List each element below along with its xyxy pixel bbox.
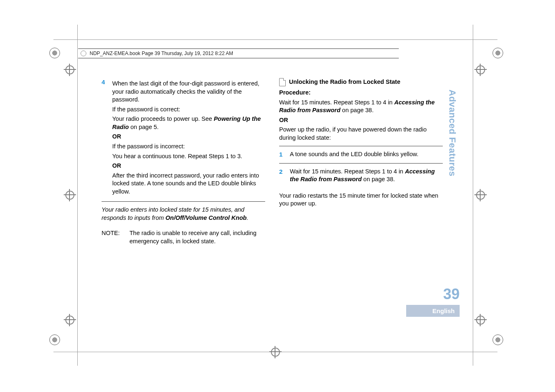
step-body: Wait for 15 minutes. Repeat Steps 1 to 4… <box>290 168 443 184</box>
heading-text: Unlocking the Radio from Locked State <box>289 78 400 86</box>
footer: 39 English <box>406 287 460 317</box>
divider <box>279 146 443 146</box>
if-incorrect-body: You hear a continuous tone. Repeat Steps… <box>112 152 265 161</box>
right-column: Unlocking the Radio from Locked State Pr… <box>279 78 443 246</box>
after-third-body: After the third incorrect password, your… <box>112 172 265 196</box>
if-correct-body: Your radio proceeds to power up. See Pow… <box>112 115 265 131</box>
step-number: 4 <box>102 78 107 197</box>
text: Your radio proceeds to power up. See <box>112 115 214 122</box>
step-number: 1 <box>279 150 285 159</box>
crop-rule-right <box>473 25 473 366</box>
reg-cross-icon <box>269 346 282 358</box>
step-1: 1 A tone sounds and the LED double blink… <box>279 150 443 159</box>
side-tab-label: Advanced Features <box>447 90 458 176</box>
text: Wait for 15 minutes. Repeat Steps 1 to 4… <box>290 168 405 175</box>
reg-cross-icon <box>474 64 487 76</box>
reg-mark-icon <box>49 48 60 58</box>
section-heading: Unlocking the Radio from Locked State <box>279 78 443 86</box>
text: on page 38. <box>362 176 395 182</box>
content-columns: 4 When the last digit of the four-digit … <box>102 78 443 246</box>
text: Wait for 15 minutes. Repeat Steps 1 to 4… <box>279 99 394 106</box>
if-incorrect-label: If the password is incorrect: <box>112 143 265 151</box>
text: . <box>247 214 248 221</box>
reg-cross-icon <box>64 314 76 326</box>
running-head: NDP_ANZ-EMEA.book Page 39 Thursday, July… <box>78 48 399 58</box>
text: on page 5. <box>129 124 159 130</box>
procedure-wait-line: Wait for 15 minutes. Repeat Steps 1 to 4… <box>279 99 443 115</box>
note-body: The radio is unable to receive any call,… <box>130 229 265 245</box>
step-intro: When the last digit of the four-digit pa… <box>112 80 265 104</box>
reg-cross-icon <box>64 189 76 201</box>
if-correct-label: If the password is correct: <box>112 106 265 114</box>
language-bar: English <box>406 305 460 317</box>
divider <box>279 163 443 164</box>
step-body: When the last digit of the four-digit pa… <box>112 78 265 197</box>
page: NDP_ANZ-EMEA.book Page 39 Thursday, July… <box>0 0 555 392</box>
reg-mark-icon <box>493 334 503 345</box>
reg-mark-icon <box>493 48 503 58</box>
left-column: 4 When the last digit of the four-digit … <box>102 78 265 246</box>
or-label: OR <box>112 133 265 141</box>
crop-rule-left <box>77 25 78 366</box>
running-head-text: NDP_ANZ-EMEA.book Page 39 Thursday, July… <box>90 51 233 56</box>
step-body: A tone sounds and the LED double blinks … <box>290 150 419 159</box>
reg-mark-icon <box>49 334 60 345</box>
or-label: OR <box>112 162 265 170</box>
reg-cross-icon <box>474 189 487 201</box>
step-2: 2 Wait for 15 minutes. Repeat Steps 1 to… <box>279 168 443 184</box>
text: on page 38. <box>340 107 374 113</box>
powerup-line: Power up the radio, if you have powered … <box>279 126 443 142</box>
divider <box>102 201 265 202</box>
procedure-label: Procedure: <box>279 89 443 97</box>
crop-rule-top <box>53 39 497 40</box>
page-number: 39 <box>406 287 460 302</box>
closing-line: Your radio restarts the 15 minute timer … <box>279 192 443 208</box>
step-4: 4 When the last digit of the four-digit … <box>102 78 265 197</box>
or-label: OR <box>279 116 443 125</box>
step-number: 2 <box>279 168 285 184</box>
note-label: NOTE: <box>102 229 124 245</box>
reg-cross-icon <box>474 314 487 326</box>
reg-cross-icon <box>64 64 76 76</box>
note: NOTE: The radio is unable to receive any… <box>102 229 265 245</box>
knob-ref: On/Off/Volume Control Knob <box>166 214 247 221</box>
document-icon <box>279 78 286 86</box>
book-icon <box>81 51 86 56</box>
locked-state-note: Your radio enters into locked state for … <box>102 206 265 222</box>
